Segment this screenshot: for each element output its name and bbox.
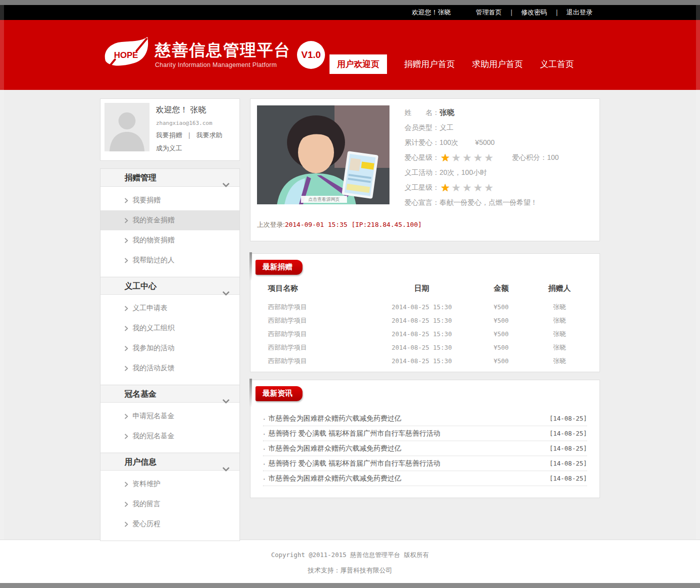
user-card: 欢迎您！ 张晓 zhangxiao@163.com 我要捐赠 ｜ 我要求助 成为… (100, 98, 240, 161)
cell-date: 2014-08-25 15:30 (373, 357, 470, 365)
news-date: [14-08-25] (550, 415, 587, 422)
admin-home-link[interactable]: 管理首页 (476, 8, 502, 17)
site-title-block: 慈善信息管理平台 Charity Information Management … (155, 41, 291, 68)
sidebar-menu-item[interactable]: 申请冠名基金 (100, 406, 240, 426)
site-subtitle: Charity Information Management Platform (155, 61, 291, 68)
news-date: [14-08-25] (550, 475, 587, 482)
menu-header-fund[interactable]: 冠名基金 (100, 385, 240, 403)
cell-amount: ¥500 (470, 303, 532, 311)
become-volunteer-link[interactable]: 成为义工 (156, 144, 222, 153)
nav-tab[interactable]: 求助用户首页 (472, 58, 523, 70)
cell-amount: ¥500 (470, 317, 532, 324)
user-email: zhangxiao@163.com (156, 120, 222, 126)
menu-header-userinfo[interactable]: 用户信息 (100, 453, 240, 471)
chevron-right-icon (124, 306, 128, 311)
menu-header-label: 冠名基金 (124, 390, 156, 398)
profile-panel: 点击查看源网页 姓 名： 张晓 会员类型： 义工 累计爱心： (250, 98, 600, 241)
cell-project: 西部助学项目 (263, 343, 373, 352)
menu-header-donation[interactable]: 捐赠管理 (100, 169, 240, 187)
list-item: · 慈善骑行 爱心满载 福彩杯首届广州市自行车慈善行活动 [14-08-25] (263, 426, 587, 441)
love-amount: ¥5000 (475, 137, 494, 148)
nav-tab[interactable]: 用户欢迎页 (330, 54, 387, 74)
menu-section-fund: 冠名基金 申请冠名基金 我的冠名基金 (100, 385, 240, 453)
name-label: 姓 名： (404, 107, 440, 118)
menu-header-label: 捐赠管理 (124, 173, 156, 182)
logout-link[interactable]: 退出登录 (566, 8, 592, 17)
news-title-link[interactable]: 市慈善会为困难群众赠药六载减免药费过亿 (268, 444, 550, 453)
top-utility-bar: 欢迎您！张晓 管理首页 ｜ 修改密码 ｜ 退出登录 (0, 5, 700, 20)
news-title-link[interactable]: 慈善骑行 爱心满载 福彩杯首届广州市自行车慈善行活动 (268, 429, 550, 438)
menu-item-label: 我的留言 (132, 500, 160, 509)
love-points-label: 爱心积分： (512, 152, 547, 163)
latest-news-ribbon: 最新资讯 (256, 386, 302, 401)
volunteer-star-rating: ★★★★★ (440, 182, 495, 193)
footer: Copyright @2011-2015 慈善信息管理平台 版权所有 技术支持：… (0, 540, 700, 583)
news-date: [14-08-25] (550, 430, 587, 437)
menu-item-label: 我的活动反馈 (132, 364, 174, 373)
profile-info: 姓 名： 张晓 会员类型： 义工 累计爱心： 100次 ¥5000 (404, 105, 559, 212)
love-points-value: 100 (547, 152, 558, 163)
table-row: 西部助学项目 2014-08-25 15:30 ¥500 张晓 (263, 341, 587, 354)
content-area: 欢迎您！ 张晓 zhangxiao@163.com 我要捐赠 ｜ 我要求助 成为… (0, 90, 700, 540)
cell-project: 西部助学项目 (263, 357, 373, 366)
latest-donations-ribbon: 最新捐赠 (256, 260, 302, 275)
news-title-link[interactable]: 慈善骑行 爱心满载 福彩杯首届广州市自行车慈善行活动 (268, 459, 550, 468)
star-icon-gray: ★★★★ (452, 182, 495, 193)
donate-link[interactable]: 我要捐赠 (156, 131, 182, 140)
love-count: 100次 (440, 137, 458, 148)
chevron-right-icon (124, 434, 128, 439)
sidebar-menu-item[interactable]: 资料维护 (100, 474, 240, 494)
sidebar-menu-item[interactable]: 我的冠名基金 (100, 426, 240, 446)
bullet: · (263, 430, 266, 438)
nav-tab[interactable]: 捐赠用户首页 (404, 58, 455, 70)
news-title-link[interactable]: 市慈善会为困难群众赠药六载减免药费过亿 (268, 474, 550, 483)
site-logo[interactable]: HOPE 慈善信息管理平台 Charity Information Manage… (102, 37, 325, 73)
photo-caption: 点击查看源网页 (308, 197, 340, 202)
sidebar-menu-item[interactable]: 我的资金捐赠 (100, 210, 240, 230)
chevron-down-icon (222, 392, 230, 410)
sidebar-menu-item[interactable]: 我的活动反馈 (100, 358, 240, 378)
cell-amount: ¥500 (470, 330, 532, 338)
sidebar-menu: 捐赠管理 我要捐赠 我的资金捐赠 (100, 168, 240, 541)
change-password-link[interactable]: 修改密码 (521, 8, 547, 17)
sidebar-menu-item[interactable]: 爱心历程 (100, 514, 240, 534)
chevron-right-icon (124, 346, 128, 351)
menu-header-volunteer[interactable]: 义工中心 (100, 277, 240, 295)
cell-donor: 张晓 (532, 303, 587, 312)
window-top-edge (0, 0, 700, 5)
separator: ｜ (186, 131, 192, 140)
list-item: · 慈善骑行 爱心满载 福彩杯首届广州市自行车慈善行活动 [14-08-25] (263, 456, 587, 471)
chevron-down-icon (222, 176, 230, 194)
cell-date: 2014-08-25 15:30 (373, 303, 470, 311)
news-title-link[interactable]: 市慈善会为困难群众赠药六载减免药费过亿 (268, 414, 550, 423)
volunteer-star-label: 义工星级： (404, 182, 440, 193)
cell-amount: ¥500 (470, 357, 532, 365)
sidebar-menu-item[interactable]: 我的物资捐赠 (100, 230, 240, 250)
cell-date: 2014-08-25 15:30 (373, 344, 470, 351)
menu-header-label: 用户信息 (124, 458, 156, 466)
cell-donor: 张晓 (532, 343, 587, 352)
welcome-text: 欢迎您！张晓 (412, 8, 451, 17)
news-date: [14-08-25] (550, 445, 587, 452)
chevron-right-icon (124, 326, 128, 331)
sidebar-menu-item[interactable]: 我参加的活动 (100, 338, 240, 358)
last-login-label: 上次登录: (257, 221, 285, 228)
cell-donor: 张晓 (532, 357, 587, 366)
profile-photo[interactable]: 点击查看源网页 (257, 105, 390, 204)
col-project: 项目名称 (263, 284, 373, 293)
latest-news-panel: 最新资讯 · 市慈善会为困难群众赠药六载减免药费过亿 [14-08-25] · … (250, 380, 600, 498)
seek-help-link[interactable]: 我要求助 (196, 131, 222, 140)
sidebar-menu-item[interactable]: 义工申请表 (100, 298, 240, 318)
news-list: · 市慈善会为困难群众赠药六载减免药费过亿 [14-08-25] · 慈善骑行 … (263, 411, 587, 486)
sidebar-menu-item[interactable]: 我帮助过的人 (100, 250, 240, 270)
menu-item-label: 爱心历程 (132, 520, 160, 529)
table-row: 西部助学项目 2014-08-25 15:30 ¥500 张晓 (263, 327, 587, 341)
sidebar-menu-item[interactable]: 我的义工组织 (100, 318, 240, 338)
sidebar-menu-item[interactable]: 我要捐赠 (100, 190, 240, 210)
love-total-label: 累计爱心： (404, 137, 440, 148)
sidebar-menu-item[interactable]: 我的留言 (100, 494, 240, 514)
nav-tab[interactable]: 义工首页 (540, 58, 574, 70)
love-star-rating: ★★★★★ (440, 152, 495, 163)
list-item: · 市慈善会为困难群众赠药六载减免药费过亿 [14-08-25] (263, 411, 587, 426)
member-type-value: 义工 (440, 122, 454, 133)
